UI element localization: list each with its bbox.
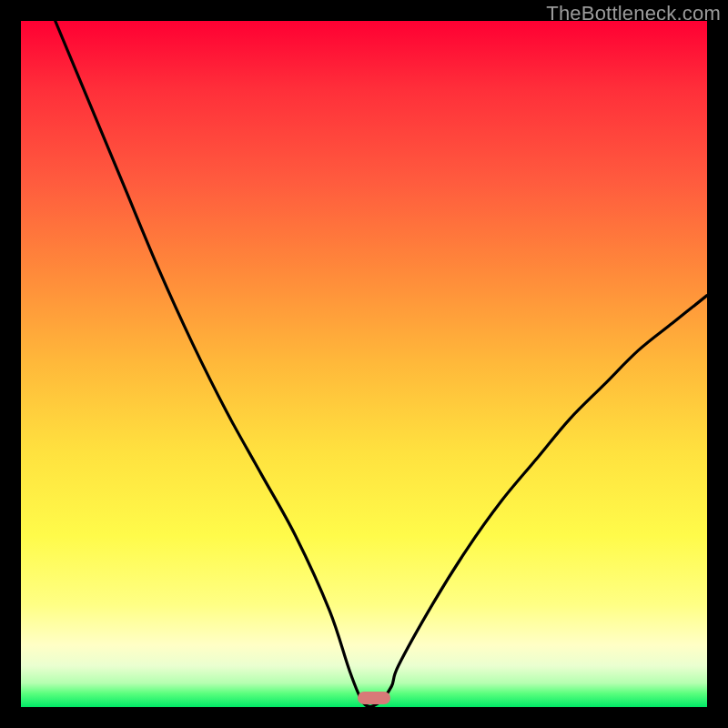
minimum-marker [358,692,390,704]
bottleneck-curve [21,21,707,707]
chart-frame: TheBottleneck.com [0,0,728,728]
watermark-text: TheBottleneck.com [546,2,721,25]
plot-area [21,21,707,707]
